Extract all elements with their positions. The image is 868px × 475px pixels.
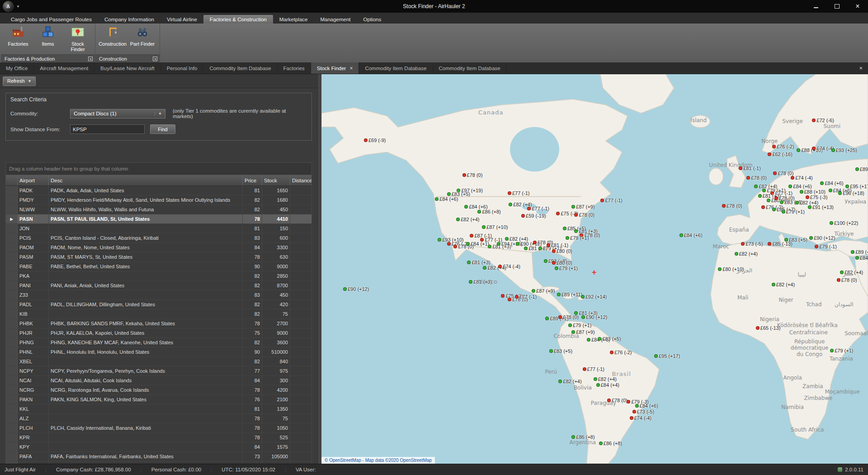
distance-from-input[interactable]: [70, 124, 145, 134]
cell-distance[interactable]: 3491: [290, 366, 312, 376]
map-marker[interactable]: £78 (0): [574, 212, 594, 218]
map-marker[interactable]: £78 (0): [746, 175, 767, 180]
cell-airport[interactable]: NLWW: [18, 205, 49, 214]
map-marker[interactable]: £82 (+4): [735, 251, 758, 256]
cell-airport[interactable]: PHJR: [18, 328, 49, 338]
table-row-phjr[interactable]: PHJRPHJR, KALAELOA, Kapolei, United Stat…: [6, 328, 311, 338]
doc-tab-aircraft-management-1[interactable]: Aircraft Management: [34, 62, 94, 74]
map-marker[interactable]: £73 (-5): [741, 241, 763, 247]
map-marker[interactable]: £95 (+17): [654, 353, 680, 359]
map-marker[interactable]: £84 (+6): [635, 403, 658, 408]
cell-stock[interactable]: 525: [262, 433, 290, 442]
map-marker[interactable]: £77 (-1): [508, 190, 530, 196]
map-marker[interactable]: £86 (+8): [599, 441, 622, 446]
cell-price[interactable]: 82: [243, 357, 262, 366]
cell-stock[interactable]: 105000: [262, 452, 290, 461]
cell-airport[interactable]: PADK: [18, 186, 49, 195]
cell-stock[interactable]: 8700: [262, 281, 290, 290]
map-marker[interactable]: £90 (+12): [343, 286, 369, 292]
map-marker[interactable]: £76 (-2): [610, 350, 632, 355]
cell-desc[interactable]: PABE, Bethel, Bethel, United States: [49, 262, 243, 271]
map-marker[interactable]: £82 (+4): [840, 270, 863, 275]
cell-price[interactable]: 82: [243, 309, 262, 319]
cell-desc[interactable]: PAKN, KING SALMON, King, United States: [49, 395, 243, 404]
table-row-phng[interactable]: PHNGPHNG, KANEOHE BAY MCAF, Kaneohe, Uni…: [6, 338, 311, 347]
cell-price[interactable]: 77: [243, 366, 262, 376]
cell-desc[interactable]: PADL, DILLINGHAM, Dillingham, United Sta…: [49, 300, 243, 309]
table-row-pafa[interactable]: PAFAPAFA, Fairbanks International, Fairb…: [6, 452, 311, 461]
cell-price[interactable]: 82: [243, 338, 262, 347]
cell-stock[interactable]: 4200: [262, 385, 290, 395]
table-row-ncai[interactable]: NCAINCAI, Aitutaki, Aitutaki, Cook Islan…: [6, 376, 311, 385]
map-marker[interactable]: £74 (-4): [498, 264, 520, 269]
table-row-ncpy[interactable]: NCPYNCPY, Penrhyyn/Tongareva, Penrhyn, C…: [6, 366, 311, 376]
map-marker[interactable]: £100 (+22): [830, 220, 859, 226]
cell-price[interactable]: 90: [243, 347, 262, 357]
map-canvas[interactable]: CanadaIslandSverigeSuomiNorgeUnited King…: [321, 74, 868, 464]
cell-airport[interactable]: PMDY: [18, 195, 49, 205]
refresh-button[interactable]: Refresh ▼: [3, 76, 36, 86]
map-marker[interactable]: £90 (+12): [581, 314, 607, 320]
table-row-kpr[interactable]: KPR785250: [6, 433, 311, 442]
cell-desc[interactable]: [49, 357, 243, 366]
cell-stock[interactable]: 1650: [262, 186, 290, 195]
ribbon-tab-virtual-airline[interactable]: Virtual Airline: [160, 15, 203, 24]
cell-distance[interactable]: 0: [290, 442, 312, 452]
cell-airport[interactable]: Z33: [18, 290, 49, 300]
cell-price[interactable]: 76: [243, 395, 262, 404]
map-marker[interactable]: £84 (+6): [464, 204, 487, 209]
cell-price[interactable]: 78: [243, 414, 262, 423]
cell-airport[interactable]: PCIS: [18, 233, 49, 243]
map-marker[interactable]: £89 (+11): [557, 292, 583, 297]
cell-distance[interactable]: 0: [290, 271, 312, 281]
map-marker[interactable]: £84 (+6): [788, 184, 811, 189]
map-marker[interactable]: £79 (+1): [782, 209, 805, 214]
map-marker[interactable]: £78 (0): [462, 172, 483, 178]
table-row-kkl[interactable]: KKL8113500: [6, 404, 311, 414]
map-marker[interactable]: £86 (+8): [571, 434, 594, 440]
map-marker[interactable]: £79 (+1): [566, 235, 589, 241]
cell-desc[interactable]: PANI, Aniak, Aniak, United States: [49, 281, 243, 290]
cell-price[interactable]: 78: [243, 252, 262, 262]
cell-stock[interactable]: 450: [262, 205, 290, 214]
cell-airport[interactable]: PHNG: [18, 338, 49, 347]
cell-stock[interactable]: 300: [262, 376, 290, 385]
cell-stock[interactable]: 75: [262, 309, 290, 319]
cell-price[interactable]: 73: [243, 452, 262, 461]
map-marker[interactable]: £62 (-16): [768, 152, 793, 157]
cell-desc[interactable]: PMDY, Henderson Field/Midway Atoll, Sand…: [49, 195, 243, 205]
cell-desc[interactable]: PCIS, Canton Island - Closed, Abariringa…: [49, 233, 243, 243]
minimize-button[interactable]: [806, 0, 826, 13]
cell-price[interactable]: 84: [243, 376, 262, 385]
map-marker[interactable]: £77 (-1): [527, 206, 549, 211]
column-header-price[interactable]: Price: [243, 175, 262, 186]
doc-tab-factories-5[interactable]: Factories: [278, 62, 311, 74]
table-row-pcis[interactable]: PCISPCIS, Canton Island - Closed, Abarir…: [6, 233, 311, 243]
map-marker[interactable]: £81 (-1): [547, 242, 569, 248]
commodity-dropdown[interactable]: Compact Discs (1) ▼: [70, 109, 165, 119]
find-button[interactable]: Find: [150, 124, 175, 134]
map-marker[interactable]: £84 (+6): [820, 180, 843, 186]
cell-price[interactable]: 78: [243, 433, 262, 442]
cell-airport[interactable]: NCRG: [18, 385, 49, 395]
cell-airport[interactable]: NCPY: [18, 366, 49, 376]
map-marker[interactable]: £77 (-1): [583, 366, 605, 372]
cell-stock[interactable]: 510000: [262, 347, 290, 357]
cell-stock[interactable]: 600: [262, 233, 290, 243]
map-marker[interactable]: £79 (+1): [555, 266, 578, 271]
map-marker[interactable]: £81 (+3): [469, 279, 492, 285]
cell-stock[interactable]: 450: [262, 290, 290, 300]
cell-airport[interactable]: PAKN: [18, 395, 49, 404]
map-marker[interactable]: £77 (-1): [600, 198, 623, 203]
map-marker[interactable]: £78 (0): [837, 277, 857, 283]
cell-distance[interactable]: 2373: [290, 262, 312, 271]
map-marker[interactable]: £93 (+25): [831, 147, 857, 153]
ribbon-tab-company-information[interactable]: Company Information: [98, 15, 160, 24]
cell-distance[interactable]: 4422: [290, 205, 312, 214]
table-row-plch[interactable]: PLCHPLCH, Cassidy International, Banana,…: [6, 423, 311, 433]
cell-stock[interactable]: 2100: [262, 395, 290, 404]
cell-airport[interactable]: PADL: [18, 300, 49, 309]
map-marker[interactable]: £69 (-9): [364, 138, 386, 143]
cell-desc[interactable]: PHBK, BARKING SANDS PMRF, Kekaha, United…: [49, 319, 243, 328]
map-marker[interactable]: £84 (+6): [679, 233, 703, 238]
